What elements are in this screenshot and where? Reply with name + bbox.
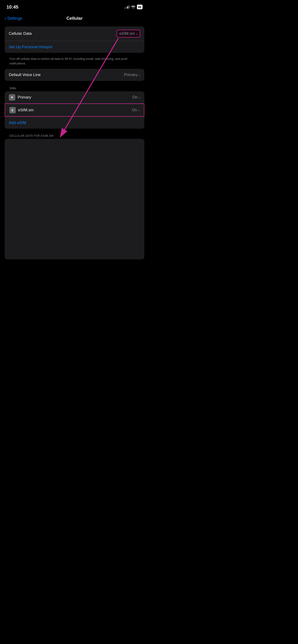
status-time: 10:45 — [7, 4, 18, 10]
primary-sim-right: On › — [132, 95, 140, 100]
primary-sim-letter: P — [11, 96, 13, 99]
back-chevron-icon: ‹ — [5, 16, 6, 21]
hotspot-row[interactable]: Set Up Personal Hotspot — [5, 41, 144, 53]
status-bar: 10:45 86 — [0, 0, 149, 12]
signal-bars-icon — [124, 5, 130, 8]
sims-card: P Primary On › E eSIM.sm On › A — [5, 91, 144, 129]
cellular-data-label: Cellular Data — [9, 31, 32, 36]
default-voice-value-container: Primary › — [124, 72, 140, 77]
esim-sim-right: On › — [132, 108, 140, 112]
default-voice-label: Default Voice Line — [9, 72, 41, 77]
sims-section-label: SIMs — [5, 83, 144, 91]
esim-sim-letter: E — [12, 108, 14, 112]
primary-sim-chevron-icon: › — [139, 96, 140, 100]
primary-sim-name: Primary — [18, 95, 132, 100]
battery-icon: 86 — [137, 5, 143, 9]
default-voice-card: Default Voice Line Primary › — [5, 69, 144, 81]
hotspot-label: Set Up Personal Hotspot — [9, 45, 52, 50]
primary-sim-icon: P — [9, 94, 15, 100]
esim-sim-name: eSIM.sm — [18, 108, 132, 112]
default-voice-value: Primary — [124, 72, 138, 77]
page-title: Cellular — [66, 16, 83, 21]
add-esim-row[interactable]: Add eSIM — [5, 116, 144, 129]
default-voice-chevron-icon: › — [139, 73, 140, 77]
cellular-data-card: Cellular Data eSIM.sm › Set Up Personal … — [5, 26, 144, 53]
esim-sim-row[interactable]: E eSIM.sm On › — [5, 104, 144, 116]
main-content: Cellular Data eSIM.sm › Set Up Personal … — [0, 24, 149, 264]
nav-bar: ‹ Settings Cellular — [0, 12, 149, 24]
back-button[interactable]: ‹ Settings — [5, 16, 22, 21]
esim-row-highlighted[interactable]: E eSIM.sm On › — [5, 104, 144, 116]
cellular-data-esim-section-label: CELLULAR DATA FOR ESIM.SM — [5, 130, 144, 139]
cellular-data-value: eSIM.sm — [119, 31, 135, 36]
esim-sim-icon: E — [9, 107, 16, 113]
esim-sim-chevron-icon: › — [139, 108, 140, 112]
back-label: Settings — [7, 16, 22, 21]
wifi-icon — [131, 5, 135, 8]
cellular-data-value-highlighted: eSIM.sm › — [117, 30, 140, 38]
battery-level: 86 — [138, 5, 141, 9]
cellular-data-description: Turn off cellular data to restrict all d… — [5, 55, 144, 69]
status-icons: 86 — [124, 5, 143, 9]
primary-sim-row[interactable]: P Primary On › — [5, 91, 144, 104]
add-esim-label: Add eSIM — [9, 120, 26, 125]
primary-sim-status: On — [132, 95, 138, 100]
cellular-data-row[interactable]: Cellular Data eSIM.sm › — [5, 26, 144, 41]
esim-sim-status: On — [132, 108, 137, 112]
default-voice-row[interactable]: Default Voice Line Primary › — [5, 69, 144, 81]
cellular-data-chevron-icon: › — [136, 32, 137, 36]
cellular-data-esim-content-card — [5, 139, 144, 260]
